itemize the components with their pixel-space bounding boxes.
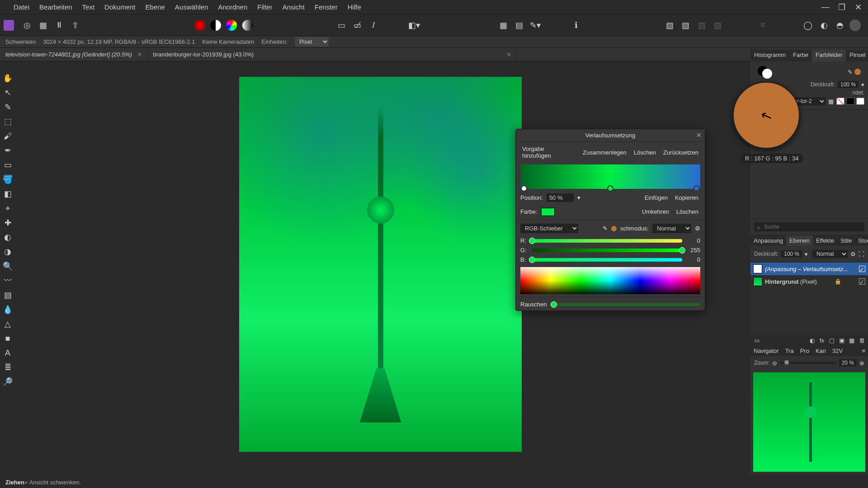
heal-tool-icon[interactable]: ✚ bbox=[1, 216, 14, 229]
chevron-down-icon[interactable]: ▾ bbox=[577, 194, 580, 201]
brush-tool-icon[interactable]: 🖌 bbox=[1, 130, 14, 142]
close-tab-icon[interactable]: × bbox=[507, 51, 511, 59]
tab-32v[interactable]: 32V bbox=[829, 346, 846, 356]
window-minimize[interactable]: — bbox=[819, 3, 832, 12]
link-icon[interactable]: ⛶ bbox=[859, 251, 864, 258]
tab-kan[interactable]: Kan bbox=[812, 346, 829, 356]
zoom-tool-icon[interactable]: 🔍 bbox=[1, 260, 14, 272]
navigator-preview[interactable] bbox=[753, 372, 865, 472]
layer-fx-icon[interactable]: fx bbox=[817, 336, 826, 344]
delete-button[interactable]: Löschen bbox=[632, 148, 658, 157]
b-value[interactable]: 0 bbox=[686, 256, 700, 263]
window-maximize[interactable]: ❐ bbox=[835, 3, 848, 12]
menu-text[interactable]: Text bbox=[78, 3, 99, 11]
blend-mode-select[interactable]: Normal bbox=[812, 250, 848, 258]
grid-icon[interactable]: ▦ bbox=[497, 19, 510, 32]
g-slider[interactable] bbox=[532, 249, 682, 252]
reset-button[interactable]: Zurücksetzen bbox=[661, 148, 700, 157]
fill-tool-icon[interactable]: 🪣 bbox=[1, 173, 14, 186]
units-select[interactable]: Pixel bbox=[295, 37, 329, 47]
pen-tool-icon[interactable]: ✒ bbox=[1, 144, 14, 157]
document-canvas[interactable] bbox=[239, 77, 522, 452]
close-tab-icon[interactable]: × bbox=[137, 51, 142, 59]
menu-fenster[interactable]: Fenster bbox=[310, 3, 342, 11]
layers-tool-icon[interactable]: ≣ bbox=[1, 361, 14, 374]
selection-cancel-icon[interactable]: ▭̸ bbox=[351, 19, 364, 32]
menu-ebene[interactable]: Ebene bbox=[141, 3, 169, 11]
eyedropper-icon[interactable]: ✎ bbox=[603, 225, 608, 232]
insert-button[interactable]: Einfügen bbox=[643, 193, 670, 202]
sharpen-tool-icon[interactable]: △ bbox=[1, 318, 14, 330]
color-wheel-icon[interactable] bbox=[193, 19, 206, 32]
selection-text-icon[interactable]: 𝐼 bbox=[367, 19, 380, 32]
gradient-stop-start[interactable] bbox=[521, 185, 527, 192]
menu-anordnen[interactable]: Anordnen bbox=[213, 3, 252, 11]
gradient-tool-icon[interactable]: ◧ bbox=[1, 188, 14, 200]
window-close[interactable]: ✕ bbox=[852, 3, 864, 12]
layer-background[interactable]: Hintergrund (Pixel) 🔒 ✓ bbox=[750, 275, 868, 288]
g-value[interactable]: 255 bbox=[686, 247, 700, 253]
crop-icon[interactable]: ◧▾ bbox=[407, 19, 420, 32]
zoom-out-icon[interactable]: ⊖ bbox=[772, 360, 777, 366]
info-icon[interactable]: ℹ bbox=[570, 19, 583, 32]
crop-tool-icon[interactable]: ⬚ bbox=[1, 115, 14, 128]
lock-icon[interactable]: 🔒 bbox=[835, 278, 841, 285]
grid-view-icon[interactable]: ▦ bbox=[828, 98, 834, 105]
hue-saturation-field[interactable] bbox=[520, 267, 700, 294]
move-tool-icon[interactable]: ↖ bbox=[1, 86, 14, 99]
opacity-value[interactable]: 100 % bbox=[838, 81, 859, 88]
zoom-in-icon[interactable]: ⊕ bbox=[859, 360, 864, 366]
delete-stop-button[interactable]: Löschen bbox=[675, 207, 700, 216]
layer-group-icon[interactable]: ▣ bbox=[837, 336, 846, 344]
gradient-stop-end[interactable] bbox=[693, 185, 700, 192]
panel-menu-icon[interactable]: ≡ bbox=[859, 346, 868, 356]
burn-tool-icon[interactable]: ◑ bbox=[1, 245, 14, 258]
menu-hilfe[interactable]: Hilfe bbox=[343, 3, 366, 11]
shape3-icon[interactable]: ◓ bbox=[833, 19, 846, 32]
stack1-icon[interactable]: ▧ bbox=[663, 19, 676, 32]
persona-develop-icon[interactable]: ⏸ bbox=[52, 19, 66, 32]
tab-navigator[interactable]: Navigator bbox=[750, 346, 782, 356]
menu-bearbeiten[interactable]: Bearbeiten bbox=[35, 3, 77, 11]
tab-brushes[interactable]: Pinsel bbox=[846, 50, 868, 61]
menu-datei[interactable]: Datei bbox=[9, 3, 34, 11]
tab-color[interactable]: Farbe bbox=[789, 50, 812, 61]
mesh-tool-icon[interactable]: ▤ bbox=[1, 289, 14, 301]
gradient-circle-icon[interactable] bbox=[241, 19, 254, 32]
account-avatar[interactable] bbox=[849, 19, 861, 31]
zoom2-tool-icon[interactable]: 🔎 bbox=[1, 375, 14, 388]
stack2-icon[interactable]: ▨ bbox=[679, 19, 692, 32]
document-tab-2[interactable]: brandenburger-tor-201939.jpg (43.0%) × bbox=[148, 48, 517, 61]
zoom-slider[interactable] bbox=[780, 362, 836, 364]
recent-color-swatch[interactable] bbox=[854, 69, 861, 75]
invert-button[interactable]: Umkehren bbox=[640, 207, 671, 216]
tab-effects[interactable]: Effekte bbox=[813, 235, 837, 246]
selection-rect-icon[interactable]: ▭ bbox=[335, 19, 348, 32]
menu-filter[interactable]: Filter bbox=[253, 3, 277, 11]
swatch-black[interactable] bbox=[846, 98, 854, 105]
visibility-checkbox[interactable]: ✓ bbox=[859, 278, 865, 285]
document-tab-1[interactable]: television-tower-7244801.jpg [Geändert] … bbox=[0, 48, 148, 61]
swatch-white[interactable] bbox=[856, 98, 864, 105]
clone-tool-icon[interactable]: ⌖ bbox=[1, 202, 14, 215]
swatch-none[interactable] bbox=[836, 98, 844, 105]
layer-delete-icon[interactable]: 🗑 bbox=[857, 336, 866, 344]
gear-icon[interactable]: ⚙ bbox=[695, 225, 700, 232]
menu-ansicht[interactable]: Ansicht bbox=[278, 3, 309, 11]
zoom-value[interactable]: 20 % bbox=[839, 359, 857, 366]
tab-swatches[interactable]: Farbfelder bbox=[812, 50, 846, 61]
shape2-icon[interactable]: ◐ bbox=[817, 19, 830, 32]
gradient-preview[interactable] bbox=[520, 164, 700, 189]
persona-photo-icon[interactable]: ◎ bbox=[20, 19, 33, 32]
position-input[interactable] bbox=[547, 193, 574, 202]
noise-slider[interactable] bbox=[551, 303, 700, 306]
tab-pro[interactable]: Pro bbox=[797, 346, 812, 356]
b-slider[interactable] bbox=[532, 258, 682, 262]
search-input[interactable] bbox=[754, 222, 864, 231]
layer-add-icon[interactable]: ▦ bbox=[847, 336, 856, 344]
gradient-stop-mid[interactable] bbox=[607, 185, 613, 192]
visibility-checkbox[interactable]: ✓ bbox=[859, 266, 865, 272]
pen-dropdown-icon[interactable]: ✎▾ bbox=[528, 19, 542, 32]
selection-tool-icon[interactable]: ▭ bbox=[1, 159, 14, 171]
layer-mask-icon[interactable]: ▢ bbox=[827, 336, 836, 344]
